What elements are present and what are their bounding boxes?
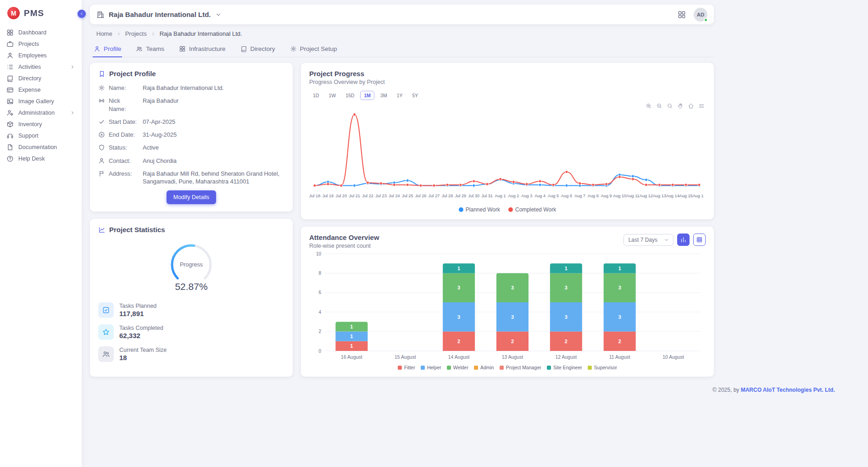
stat-label: Current Team Size — [119, 347, 167, 353]
svg-text:3: 3 — [565, 285, 568, 290]
tab-label: Teams — [146, 45, 164, 52]
company-link[interactable]: MARCO AIoT Technologies Pvt. Ltd. — [741, 387, 835, 393]
breadcrumb-home[interactable]: Home — [96, 30, 112, 37]
svg-text:Jul 23: Jul 23 — [375, 194, 387, 198]
sidebar-item-documentation[interactable]: Documentation — [0, 141, 82, 153]
field-label: End Date: — [109, 131, 139, 139]
pan-icon[interactable] — [677, 103, 684, 109]
svg-text:Jul 25: Jul 25 — [402, 194, 413, 198]
sidebar-item-activities[interactable]: Activities — [0, 61, 82, 72]
breadcrumb-current: Raja Bahadur International Ltd. — [160, 30, 242, 37]
sidebar-item-expense[interactable]: Expense — [0, 84, 82, 95]
sidebar: M PMS Dashboard Projects Employees Activ… — [0, 0, 82, 467]
range-1y[interactable]: 1Y — [393, 91, 406, 100]
menu-icon[interactable] — [698, 103, 705, 109]
chevron-left-icon — [79, 11, 84, 17]
svg-text:15 August: 15 August — [395, 354, 416, 360]
tab-label: Infrastructure — [189, 45, 226, 52]
breadcrumb-projects[interactable]: Projects — [125, 30, 147, 37]
image-gallery-icon — [6, 98, 14, 105]
apps-grid-icon[interactable] — [677, 10, 686, 19]
expense-icon — [6, 86, 14, 94]
svg-text:Aug 2: Aug 2 — [508, 194, 519, 198]
chevron-down-icon — [215, 11, 222, 18]
legend-item[interactable]: Planned Work — [459, 206, 500, 213]
svg-text:Jul 31: Jul 31 — [481, 194, 493, 198]
sidebar-item-administration[interactable]: Administration — [0, 107, 82, 118]
sidebar-item-support[interactable]: Support — [0, 130, 82, 141]
field-value: 31-Aug-2025 — [143, 131, 284, 139]
range-3m[interactable]: 3M — [377, 91, 391, 100]
home-icon[interactable] — [688, 103, 694, 109]
bar-view-button[interactable] — [677, 234, 690, 246]
svg-text:Aug 3: Aug 3 — [521, 194, 532, 198]
chevron-right-icon — [116, 31, 122, 37]
legend-item[interactable]: Supervisor — [588, 365, 617, 370]
legend-item[interactable]: Fitter — [398, 365, 415, 370]
field-value: Raja Bahadur Mill Rd, behind Sheraton Gr… — [143, 170, 284, 186]
legend-item[interactable]: Completed Work — [508, 206, 556, 213]
tab-project-setup[interactable]: Project Setup — [289, 42, 338, 57]
range-15d[interactable]: 15D — [342, 91, 358, 100]
tab-teams[interactable]: Teams — [135, 42, 165, 57]
legend-item[interactable]: Admin — [474, 365, 494, 370]
svg-text:3: 3 — [565, 314, 568, 320]
attendance-overview-card: Attendance Overview Role-wise present co… — [301, 227, 714, 377]
sidebar-item-label: Expense — [18, 87, 41, 93]
sidebar-menu: Dashboard Projects Employees Activities … — [0, 25, 82, 164]
svg-text:14 August: 14 August — [448, 354, 470, 360]
legend-item[interactable]: Helper — [421, 365, 441, 370]
person-icon — [94, 45, 100, 52]
sidebar-item-inventory[interactable]: Inventory — [0, 118, 82, 130]
table-view-button[interactable] — [693, 234, 706, 246]
zoom-in-icon[interactable] — [645, 103, 652, 109]
sidebar-item-projects[interactable]: Projects — [0, 38, 82, 50]
selection-zoom-icon[interactable] — [667, 103, 673, 109]
sidebar-collapse-button[interactable] — [78, 10, 86, 18]
company-selector[interactable]: Raja Bahadur International Ltd. — [96, 11, 222, 19]
tab-directory[interactable]: Directory — [239, 42, 276, 57]
stat-team-size: Current Team Size 18 — [98, 346, 284, 362]
range-1w[interactable]: 1W — [325, 91, 339, 100]
svg-text:Jul 20: Jul 20 — [336, 194, 347, 198]
range-1m[interactable]: 1M — [360, 91, 374, 100]
breadcrumb: Home Projects Raja Bahadur International… — [96, 30, 722, 37]
legend-item[interactable]: Site Engineer — [547, 365, 582, 370]
attendance-bar-chart[interactable]: 024681011116 August15 August233114 Augus… — [309, 249, 706, 364]
svg-text:16 August: 16 August — [341, 354, 362, 360]
svg-text:Aug 13: Aug 13 — [653, 194, 666, 198]
svg-text:Jul 19: Jul 19 — [323, 194, 334, 198]
svg-text:Jul 22: Jul 22 — [362, 194, 373, 198]
modify-details-button[interactable]: Modify Details — [167, 190, 217, 204]
range-selector: 1D 1W 15D 1M 3M 1Y 5Y — [309, 91, 706, 100]
svg-text:Aug 15: Aug 15 — [679, 194, 693, 198]
range-5y[interactable]: 5Y — [408, 91, 422, 100]
user-avatar[interactable]: AD — [694, 8, 707, 22]
stat-value: 117,891 — [119, 310, 156, 317]
stat-value: 18 — [119, 354, 167, 361]
zoom-out-icon[interactable] — [656, 103, 662, 109]
svg-text:4: 4 — [318, 310, 321, 315]
sidebar-item-help-desk[interactable]: Help Desk — [0, 153, 82, 164]
brand[interactable]: M PMS — [0, 0, 82, 25]
legend-item[interactable]: Project Manager — [500, 365, 541, 370]
sidebar-item-image-gallery[interactable]: Image Gallery — [0, 95, 82, 107]
chevron-right-icon — [70, 64, 75, 70]
sidebar-item-directory[interactable]: Directory — [0, 72, 82, 84]
svg-text:13 August: 13 August — [502, 354, 523, 360]
progress-line-chart[interactable]: Jul 18Jul 19Jul 20Jul 21Jul 22Jul 23Jul … — [309, 101, 706, 206]
brand-logo-icon: M — [7, 7, 20, 19]
star-icon — [102, 328, 110, 336]
sidebar-item-dashboard[interactable]: Dashboard — [0, 27, 82, 38]
field-nick-name: Nick Name: Raja Bahadur — [98, 97, 284, 113]
days-filter-select[interactable]: Last 7 Days — [623, 234, 673, 246]
tab-profile[interactable]: Profile — [93, 42, 122, 57]
sidebar-item-employees[interactable]: Employees — [0, 50, 82, 61]
tab-infrastructure[interactable]: Infrastructure — [178, 42, 227, 57]
field-label: Nick Name: — [109, 97, 139, 113]
range-1d[interactable]: 1D — [309, 91, 323, 100]
field-value: Raja Bahadur International Ltd. — [143, 84, 284, 92]
field-value: Anuj Chordia — [143, 157, 284, 165]
legend-item[interactable]: Welder — [447, 365, 468, 370]
svg-text:10: 10 — [316, 251, 322, 256]
